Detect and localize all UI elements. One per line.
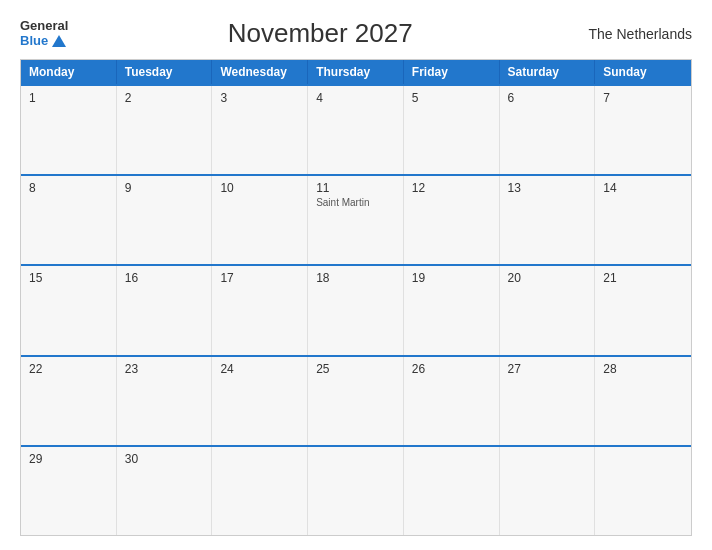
- cell-23[interactable]: 23: [117, 357, 213, 445]
- cell-5[interactable]: 5: [404, 86, 500, 174]
- cell-12[interactable]: 12: [404, 176, 500, 264]
- cell-25[interactable]: 25: [308, 357, 404, 445]
- logo-triangle-icon: [52, 35, 66, 47]
- saint-martin-event: Saint Martin: [316, 197, 395, 208]
- cell-20[interactable]: 20: [500, 266, 596, 354]
- cell-8[interactable]: 8: [21, 176, 117, 264]
- cell-empty-2: [308, 447, 404, 535]
- cell-18[interactable]: 18: [308, 266, 404, 354]
- header-friday: Friday: [404, 60, 500, 84]
- calendar: Monday Tuesday Wednesday Thursday Friday…: [20, 59, 692, 536]
- logo: General Blue: [20, 19, 68, 48]
- week-3: 15 16 17 18 19 20 21: [21, 264, 691, 354]
- cell-17[interactable]: 17: [212, 266, 308, 354]
- header-saturday: Saturday: [500, 60, 596, 84]
- logo-blue-container: Blue: [20, 34, 68, 48]
- cell-10[interactable]: 10: [212, 176, 308, 264]
- cell-empty-1: [212, 447, 308, 535]
- calendar-title: November 2027: [228, 18, 413, 49]
- cell-30[interactable]: 30: [117, 447, 213, 535]
- header-monday: Monday: [21, 60, 117, 84]
- cell-26[interactable]: 26: [404, 357, 500, 445]
- logo-general-text: General: [20, 19, 68, 33]
- header-tuesday: Tuesday: [117, 60, 213, 84]
- cell-6[interactable]: 6: [500, 86, 596, 174]
- week-5: 29 30: [21, 445, 691, 535]
- header-sunday: Sunday: [595, 60, 691, 84]
- cell-24[interactable]: 24: [212, 357, 308, 445]
- logo-blue-text: Blue: [20, 34, 48, 48]
- cell-7[interactable]: 7: [595, 86, 691, 174]
- cell-4[interactable]: 4: [308, 86, 404, 174]
- week-1: 1 2 3 4 5 6 7: [21, 84, 691, 174]
- calendar-header-row: Monday Tuesday Wednesday Thursday Friday…: [21, 60, 691, 84]
- cell-2[interactable]: 2: [117, 86, 213, 174]
- cell-11[interactable]: 11 Saint Martin: [308, 176, 404, 264]
- cell-29[interactable]: 29: [21, 447, 117, 535]
- cell-15[interactable]: 15: [21, 266, 117, 354]
- week-2: 8 9 10 11 Saint Martin 12 13 14: [21, 174, 691, 264]
- cell-3[interactable]: 3: [212, 86, 308, 174]
- cell-22[interactable]: 22: [21, 357, 117, 445]
- cell-empty-5: [595, 447, 691, 535]
- header: General Blue November 2027 The Netherlan…: [20, 18, 692, 49]
- cell-28[interactable]: 28: [595, 357, 691, 445]
- page: General Blue November 2027 The Netherlan…: [0, 0, 712, 550]
- country-label: The Netherlands: [572, 26, 692, 42]
- week-4: 22 23 24 25 26 27 28: [21, 355, 691, 445]
- cell-empty-3: [404, 447, 500, 535]
- cell-1[interactable]: 1: [21, 86, 117, 174]
- calendar-body: 1 2 3 4 5 6 7 8 9 10 11 Saint Martin 12 …: [21, 84, 691, 535]
- cell-13[interactable]: 13: [500, 176, 596, 264]
- cell-empty-4: [500, 447, 596, 535]
- header-wednesday: Wednesday: [212, 60, 308, 84]
- cell-16[interactable]: 16: [117, 266, 213, 354]
- cell-19[interactable]: 19: [404, 266, 500, 354]
- cell-9[interactable]: 9: [117, 176, 213, 264]
- cell-14[interactable]: 14: [595, 176, 691, 264]
- cell-21[interactable]: 21: [595, 266, 691, 354]
- cell-27[interactable]: 27: [500, 357, 596, 445]
- header-thursday: Thursday: [308, 60, 404, 84]
